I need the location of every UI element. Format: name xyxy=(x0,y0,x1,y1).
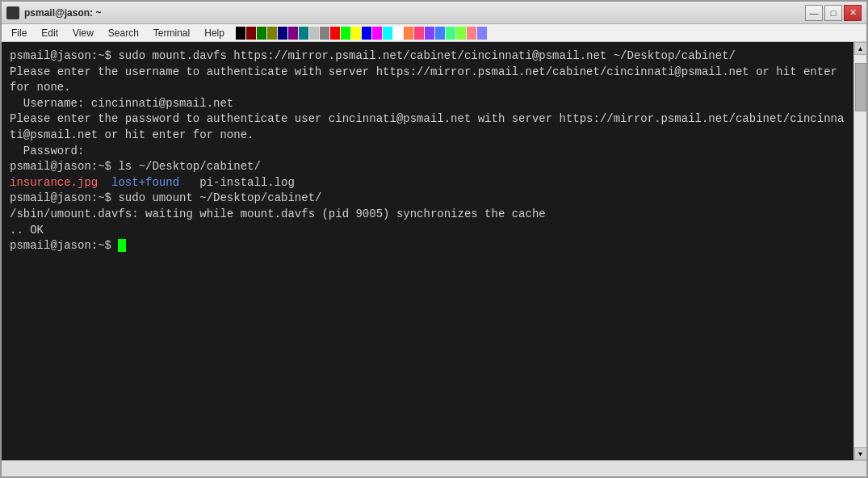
menu-edit[interactable]: Edit xyxy=(35,26,65,40)
close-button[interactable]: ✕ xyxy=(844,5,862,21)
terminal-window: psmail@jason: ~ — □ ✕ File Edit View Sea… xyxy=(0,0,868,478)
cmd-2: ls ~/Desktop/cabinet/ xyxy=(118,160,260,173)
prompt-4: psmail@jason:~$ xyxy=(10,239,118,252)
color-swatch[interactable] xyxy=(246,27,256,40)
scrollbar[interactable]: ▲ ▼ xyxy=(853,42,866,460)
terminal-output[interactable]: psmail@jason:~$ sudo mount.davfs https:/… xyxy=(2,42,853,460)
color-strip xyxy=(236,27,487,40)
color-swatch[interactable] xyxy=(456,27,466,40)
cmd-3: sudo umount ~/Desktop/cabinet/ xyxy=(118,191,321,204)
color-swatch[interactable] xyxy=(341,27,350,40)
terminal-area: psmail@jason:~$ sudo mount.davfs https:/… xyxy=(2,42,866,460)
color-swatch[interactable] xyxy=(404,27,413,40)
file-insurance: insurance.jpg xyxy=(10,176,98,189)
color-swatch[interactable] xyxy=(257,27,266,40)
output-2: Username: cincinnati@psmail.net xyxy=(10,97,233,110)
color-swatch[interactable] xyxy=(299,27,308,40)
output-4: Password: xyxy=(10,145,84,157)
color-swatch[interactable] xyxy=(467,27,476,40)
titlebar: psmail@jason: ~ — □ ✕ xyxy=(2,2,866,24)
window-controls: — □ ✕ xyxy=(805,5,862,21)
file-piinstall: pi-install.log xyxy=(199,176,295,189)
minimize-button[interactable]: — xyxy=(805,5,823,21)
color-swatch[interactable] xyxy=(393,27,403,40)
scroll-thumb[interactable] xyxy=(855,63,866,111)
output-3: Please enter the password to authenticat… xyxy=(10,112,844,141)
color-swatch[interactable] xyxy=(425,27,434,40)
prompt-2: psmail@jason:~$ xyxy=(10,160,118,173)
menu-view[interactable]: View xyxy=(66,26,100,40)
color-swatch[interactable] xyxy=(362,27,371,40)
color-swatch[interactable] xyxy=(267,27,277,40)
color-swatch[interactable] xyxy=(330,27,340,40)
prompt-1: psmail@jason:~$ xyxy=(10,49,118,62)
app-icon xyxy=(6,6,19,19)
color-swatch[interactable] xyxy=(351,27,361,40)
color-swatch[interactable] xyxy=(236,27,245,40)
file-lostfound: lost+found xyxy=(111,176,179,189)
output-6: .. OK xyxy=(10,224,44,237)
cmd-1: sudo mount.davfs https://mirror.psmail.n… xyxy=(118,49,736,62)
output-1: Please enter the username to authenticat… xyxy=(10,65,844,94)
menubar: File Edit View Search Terminal Help xyxy=(2,24,866,42)
color-swatch[interactable] xyxy=(383,27,392,40)
scroll-down-button[interactable]: ▼ xyxy=(854,447,867,460)
menu-help[interactable]: Help xyxy=(198,26,231,40)
menu-file[interactable]: File xyxy=(5,26,33,40)
color-swatch[interactable] xyxy=(320,27,329,40)
window-title: psmail@jason: ~ xyxy=(24,7,101,19)
menu-terminal[interactable]: Terminal xyxy=(147,26,196,40)
output-5: /sbin/umount.davfs: waiting while mount.… xyxy=(10,208,546,220)
terminal-cursor xyxy=(118,239,126,252)
color-swatch[interactable] xyxy=(477,27,487,40)
color-swatch[interactable] xyxy=(278,27,287,40)
titlebar-left: psmail@jason: ~ xyxy=(6,6,101,19)
color-swatch[interactable] xyxy=(372,27,382,40)
menu-search[interactable]: Search xyxy=(102,26,145,40)
color-swatch[interactable] xyxy=(414,27,424,40)
maximize-button[interactable]: □ xyxy=(824,5,842,21)
scroll-track[interactable] xyxy=(854,55,866,447)
color-swatch[interactable] xyxy=(309,27,319,40)
color-swatch[interactable] xyxy=(446,27,455,40)
prompt-3: psmail@jason:~$ xyxy=(10,191,118,204)
scroll-up-button[interactable]: ▲ xyxy=(854,42,867,55)
statusbar xyxy=(2,460,866,476)
color-swatch[interactable] xyxy=(435,27,445,40)
color-swatch[interactable] xyxy=(288,27,298,40)
